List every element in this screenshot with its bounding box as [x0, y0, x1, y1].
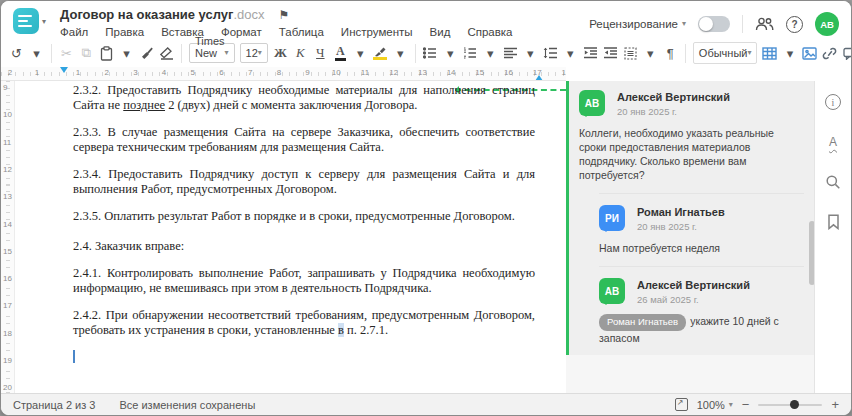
undo-caret[interactable]: ▾ [27, 42, 46, 64]
bullet-list-button[interactable] [421, 42, 440, 64]
menu-edit[interactable]: Правка [105, 26, 144, 38]
clear-style-button[interactable] [157, 42, 176, 64]
insert-image-button[interactable] [800, 42, 819, 64]
table-caret[interactable]: ▾ [780, 42, 799, 64]
toolbar-divider [51, 44, 52, 63]
reply-date: 26 май 2025 г. [637, 294, 750, 305]
paste-button[interactable] [97, 42, 116, 64]
nonprinting-chars-button[interactable]: ¶ [661, 42, 680, 64]
app-window: ▾ Договор на оказание услуг .docx ⚑ Файл… [0, 0, 852, 416]
italic-button[interactable]: К [291, 42, 310, 64]
paragraph-2-3-5: 2.3.5. Оплатить результат Работ в порядк… [73, 209, 535, 224]
fit-width-icon[interactable] [675, 398, 688, 411]
header-divider [742, 15, 743, 33]
document-info-icon[interactable]: i [825, 93, 841, 111]
copy-button[interactable]: ⧉ [77, 42, 96, 64]
bullet-list-caret[interactable]: ▾ [441, 42, 460, 64]
toolbar-divider [685, 44, 686, 63]
menu-view[interactable]: Вид [430, 26, 451, 38]
reply-avatar: РИ [599, 205, 625, 231]
paragraph-2-3-2: 2.3.2. Предоставить Подрядчику необходим… [73, 83, 535, 113]
document-title: Договор на оказание услуг [60, 7, 233, 22]
comment-reply[interactable]: АВ Алексей Вертинский 26 май 2025 г. Ром… [599, 266, 804, 345]
zoom-slider-handle[interactable] [790, 400, 799, 409]
toolbar-divider [181, 44, 182, 63]
paragraph-2-4-2: 2.4.2. При обнаружении несоответствий тр… [73, 308, 535, 338]
decrease-indent-button[interactable] [581, 42, 600, 64]
cut-button[interactable]: ✂ [57, 42, 76, 64]
mention-chip[interactable]: Роман Игнатьев [599, 314, 686, 331]
menu-tools[interactable]: Инструменты [341, 26, 413, 38]
header: ▾ Договор на оказание услуг .docx ⚑ Файл… [1, 1, 851, 39]
document-extension: .docx [233, 7, 264, 22]
document-page[interactable]: 2.3.2. Предоставить Подрядчику необходим… [15, 81, 566, 393]
spellcheck-icon[interactable]: А [829, 133, 837, 151]
undo-button[interactable]: ↺ [7, 42, 26, 64]
app-logo-icon[interactable] [13, 8, 39, 34]
increase-indent-button[interactable] [601, 42, 620, 64]
status-bar: Страница 2 из 3 Все изменения сохранены … [1, 393, 851, 415]
paragraph-2-4: 2.4. Заказчик вправе: [73, 239, 535, 254]
format-painter-button[interactable] [137, 42, 156, 64]
paragraph-2-4-1: 2.4.1. Контролировать выполнение Работ, … [73, 266, 535, 296]
borders-caret[interactable]: ▾ [641, 42, 660, 64]
paste-caret[interactable]: ▾ [117, 42, 136, 64]
comment-thread[interactable]: АВ Алексей Вертинский 20 янв 2025 г. Кол… [566, 81, 816, 355]
add-comment-button[interactable] [840, 42, 852, 64]
menubar: Файл Правка Вставка Формат Таблица Инстр… [60, 26, 513, 38]
reply-text: Нам потребуется неделя [599, 241, 804, 255]
paragraph-borders-button[interactable] [621, 42, 640, 64]
paragraph-style-combo[interactable]: Обычный▾ [693, 42, 758, 64]
indent-marker-right[interactable] [535, 71, 543, 81]
document-area: 2.3.2. Предоставить Подрядчику необходим… [1, 81, 851, 393]
highlight-color-caret[interactable]: ▾ [391, 42, 410, 64]
reply-author: Алексей Вертинский [637, 278, 750, 291]
highlight-color-button[interactable] [373, 47, 387, 60]
reply-avatar: АВ [599, 278, 625, 304]
zoom-out-button[interactable]: − [742, 397, 750, 412]
help-icon[interactable]: ? [786, 16, 803, 33]
comment-avatar: АВ [579, 90, 605, 116]
zoom-level-dropdown[interactable]: 100%▾ [697, 399, 733, 411]
underline-button[interactable]: Ч [311, 42, 330, 64]
comment-author: Алексей Вертинский [617, 90, 730, 103]
document-text[interactable]: 2.3.2. Предоставить Подрядчику необходим… [73, 83, 535, 363]
paragraph-2-3-3: 2.3.3. В случае размещения Сайта на серв… [73, 125, 535, 155]
insert-link-button[interactable] [820, 42, 839, 64]
font-size-combo[interactable]: 12▾ [240, 43, 268, 63]
zoom-in-button[interactable]: + [831, 397, 839, 412]
align-caret[interactable]: ▾ [521, 42, 540, 64]
favorite-flag-icon[interactable]: ⚑ [279, 8, 290, 22]
insert-table-button[interactable] [760, 42, 779, 64]
page-counter[interactable]: Страница 2 из 3 [13, 399, 95, 411]
zoom-slider[interactable] [758, 404, 822, 406]
comments-panel: АВ Алексей Вертинский 20 янв 2025 г. Кол… [566, 81, 816, 393]
horizontal-ruler[interactable]: 21123456789101112131415161718 [1, 67, 566, 81]
menu-format[interactable]: Формат [221, 26, 262, 38]
collaborators-icon[interactable] [755, 17, 774, 31]
user-avatar[interactable]: АВ [815, 12, 839, 36]
menu-file[interactable]: Файл [60, 26, 88, 38]
search-icon[interactable] [825, 173, 841, 191]
font-color-button[interactable]: А [335, 45, 346, 61]
bookmark-icon[interactable] [827, 213, 840, 231]
comment-reply[interactable]: РИ Роман Игнатьев 20 янв 2025 г. Нам пот… [599, 193, 804, 255]
logo-caret-icon[interactable]: ▾ [42, 17, 46, 26]
chevron-down-icon: ▾ [682, 20, 686, 28]
comment-date: 20 янв 2025 г. [617, 106, 730, 117]
align-left-button[interactable] [501, 42, 520, 64]
indent-marker-left[interactable] [60, 67, 68, 77]
review-mode-dropdown[interactable]: Рецензирование▾ [589, 18, 686, 30]
tracked-insertion: позднее [123, 98, 165, 112]
font-color-caret[interactable]: ▾ [351, 42, 370, 64]
review-toggle[interactable] [698, 16, 730, 32]
line-spacing-caret[interactable]: ▾ [561, 42, 580, 64]
numbered-list-button[interactable] [461, 42, 480, 64]
line-spacing-button[interactable] [541, 42, 560, 64]
comment-text: Коллеги, необходимо указать реальные сро… [579, 126, 804, 182]
menu-help[interactable]: Справка [467, 26, 512, 38]
numbered-list-caret[interactable]: ▾ [481, 42, 500, 64]
menu-table[interactable]: Таблица [279, 26, 324, 38]
bold-button[interactable]: Ж [271, 42, 290, 64]
font-name-combo[interactable]: Times New ...▾ [189, 43, 235, 63]
